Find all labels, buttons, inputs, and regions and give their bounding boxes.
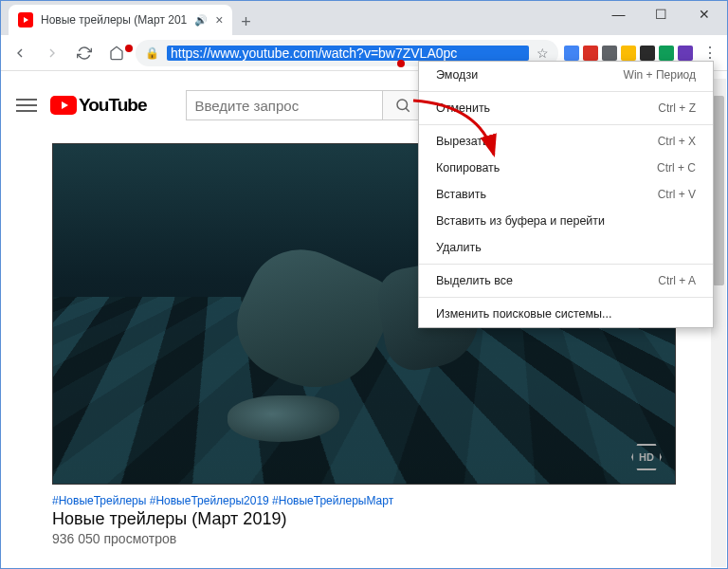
- context-menu: ЭмодзиWin + ПериодОтменитьCtrl + ZВыреза…: [418, 61, 714, 328]
- youtube-favicon-icon: [18, 12, 33, 28]
- extension-icon[interactable]: [640, 46, 655, 61]
- youtube-search: [186, 90, 423, 120]
- annotation-dot: [125, 45, 133, 52]
- search-input[interactable]: [187, 91, 382, 119]
- menu-item-label: Эмодзи: [436, 68, 478, 82]
- svg-point-0: [397, 100, 408, 110]
- youtube-logo[interactable]: YouTube: [50, 95, 146, 116]
- menu-item[interactable]: Изменить поисковые системы...: [419, 301, 713, 327]
- lock-icon: 🔒: [145, 46, 159, 60]
- back-button[interactable]: [7, 40, 33, 66]
- reload-button[interactable]: [71, 40, 98, 66]
- maximize-button[interactable]: ☐: [640, 1, 682, 28]
- menu-item[interactable]: ОтменитьCtrl + Z: [419, 95, 713, 121]
- menu-item-label: Вырезать: [436, 135, 489, 148]
- annotation-dot: [397, 60, 405, 67]
- browser-tab[interactable]: Новые трейлеры (Март 201 🔊 ×: [9, 5, 232, 35]
- video-hashtags[interactable]: #НовыеТрейлеры #НовыеТрейлеры2019 #Новые…: [52, 494, 676, 507]
- tab-title: Новые трейлеры (Март 201: [41, 13, 187, 27]
- menu-item-label: Вставить: [436, 188, 486, 201]
- browser-window: Новые трейлеры (Март 201 🔊 × + — ☐ ✕ 🔒 h…: [0, 0, 728, 569]
- extension-icons: [564, 46, 693, 61]
- menu-item-shortcut: Ctrl + A: [658, 274, 696, 287]
- menu-separator: [419, 297, 713, 298]
- close-window-button[interactable]: ✕: [682, 1, 725, 28]
- menu-item[interactable]: ЭмодзиWin + Период: [419, 62, 713, 88]
- menu-separator: [419, 124, 713, 125]
- video-views: 936 050 просмотров: [52, 531, 676, 546]
- extension-icon[interactable]: [583, 46, 598, 61]
- bookmark-star-icon[interactable]: ☆: [537, 46, 549, 61]
- menu-item-shortcut: Ctrl + Z: [658, 101, 696, 115]
- url-text[interactable]: https://www.youtube.com/watch?v=bw7ZVLA0…: [167, 46, 529, 61]
- new-tab-button[interactable]: +: [232, 9, 259, 35]
- search-button[interactable]: [382, 91, 422, 119]
- menu-item-shortcut: Ctrl + X: [658, 135, 696, 148]
- menu-item-shortcut: Ctrl + C: [657, 161, 696, 174]
- menu-item[interactable]: ВырезатьCtrl + X: [419, 128, 713, 155]
- menu-item-label: Отменить: [436, 101, 490, 115]
- video-title: Новые трейлеры (Март 2019): [52, 509, 676, 529]
- menu-item-label: Копировать: [436, 161, 500, 174]
- menu-item-label: Изменить поисковые системы...: [436, 307, 611, 321]
- menu-item-shortcut: Win + Период: [624, 68, 696, 82]
- menu-item-shortcut: Ctrl + V: [658, 188, 696, 201]
- menu-item-label: Удалить: [436, 241, 482, 254]
- menu-separator: [419, 91, 713, 92]
- video-meta: #НовыеТрейлеры #НовыеТрейлеры2019 #Новые…: [52, 494, 676, 546]
- sound-icon[interactable]: 🔊: [194, 14, 208, 27]
- extension-icon[interactable]: [621, 46, 636, 61]
- menu-item[interactable]: ВставитьCtrl + V: [419, 181, 713, 208]
- hd-badge: HD: [631, 444, 662, 470]
- scroll-thumb[interactable]: [713, 96, 724, 285]
- hamburger-menu-icon[interactable]: [16, 95, 37, 116]
- home-button[interactable]: [103, 40, 130, 66]
- menu-separator: [419, 264, 713, 265]
- extension-icon[interactable]: [602, 46, 617, 61]
- menu-item[interactable]: Выделить всеCtrl + A: [419, 267, 713, 294]
- menu-item-label: Выделить все: [436, 274, 513, 287]
- window-controls: — ☐ ✕: [597, 1, 725, 28]
- menu-item-label: Вставить из буфера и перейти: [436, 214, 605, 228]
- menu-item[interactable]: Вставить из буфера и перейти: [419, 208, 713, 234]
- minimize-button[interactable]: —: [597, 1, 640, 28]
- forward-button[interactable]: [39, 40, 65, 66]
- youtube-logo-text: YouTube: [79, 95, 146, 116]
- tab-strip: Новые трейлеры (Март 201 🔊 × + — ☐ ✕: [1, 1, 727, 35]
- extension-icon[interactable]: [678, 46, 693, 61]
- youtube-play-icon: [50, 96, 77, 115]
- extension-icon[interactable]: [564, 46, 579, 61]
- extension-icon[interactable]: [659, 46, 674, 61]
- close-tab-icon[interactable]: ×: [215, 12, 223, 28]
- menu-item[interactable]: КопироватьCtrl + C: [419, 155, 713, 181]
- menu-item[interactable]: Удалить: [419, 234, 713, 261]
